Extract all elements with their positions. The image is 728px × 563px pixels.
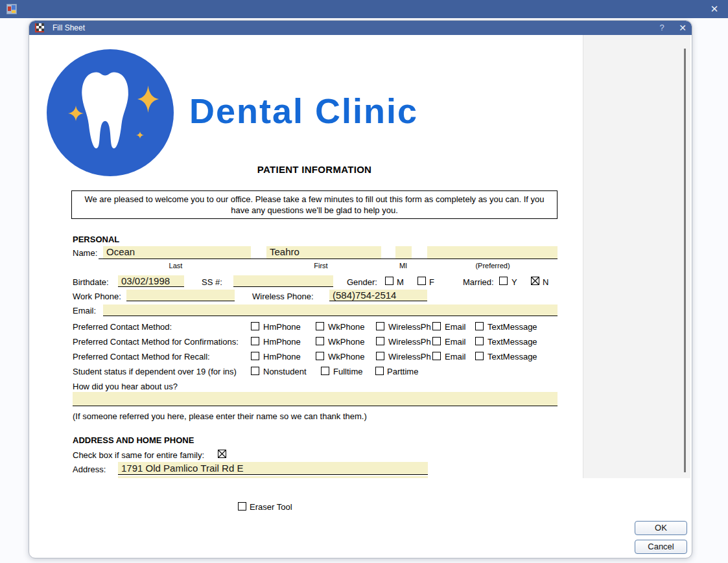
welcome-message: We are pleased to welcome you to our off… — [71, 190, 558, 219]
address-field[interactable]: 1791 Old Pamlico Trail Rd E — [118, 462, 428, 475]
hear-about-field[interactable] — [73, 392, 558, 406]
wireless-phone-label: Wireless Phone: — [252, 292, 314, 301]
first-caption: First — [295, 262, 347, 270]
married-yes-label: Y — [511, 277, 517, 287]
cancel-button[interactable]: Cancel — [635, 540, 687, 554]
confirm-wirelessph-checkbox[interactable] — [376, 337, 384, 345]
contact-textmessage-checkbox[interactable] — [475, 322, 484, 330]
middle-initial-field[interactable] — [395, 246, 412, 259]
recall-wirelessph-checkbox[interactable] — [376, 352, 384, 360]
patient-information-heading: PATIENT INFORMATION — [71, 164, 558, 175]
fill-sheet-icon — [35, 23, 44, 32]
eraser-tool-checkbox[interactable] — [238, 502, 246, 511]
contact-email-checkbox[interactable] — [432, 322, 441, 330]
family-same-checkbox[interactable] — [218, 450, 226, 458]
work-phone-label: Work Phone: — [73, 292, 121, 301]
married-no-checkbox[interactable] — [531, 277, 539, 285]
window-close-icon[interactable]: ✕ — [707, 3, 722, 16]
student-parttime-checkbox[interactable] — [375, 367, 384, 375]
recall-hmphone-label: HmPhone — [263, 352, 301, 362]
confirm-email-label: Email — [445, 337, 466, 347]
referral-note: (If someone referred you here, please en… — [73, 411, 367, 421]
email-field[interactable] — [103, 304, 558, 316]
recall-wkphone-checkbox[interactable] — [316, 352, 324, 360]
recall-method-label: Preferred Contact Method for Recall: — [73, 352, 210, 362]
hear-about-label: How did you hear about us? — [73, 382, 178, 391]
confirm-wkphone-checkbox[interactable] — [316, 337, 324, 345]
dialog-close-icon[interactable]: ✕ — [677, 23, 688, 33]
married-no-label: N — [543, 277, 548, 287]
email-label: Email: — [73, 306, 96, 316]
recall-textmessage-label: TextMessage — [487, 352, 537, 362]
contact-wkphone-checkbox[interactable] — [316, 322, 324, 330]
clinic-name: Dental Clinic — [189, 91, 418, 131]
work-phone-field[interactable] — [126, 290, 235, 301]
confirm-textmessage-label: TextMessage — [487, 337, 537, 347]
confirm-hmphone-checkbox[interactable] — [251, 337, 259, 345]
contact-wkphone-label: WkPhone — [328, 322, 364, 332]
dental-clinic-logo-icon — [47, 49, 174, 176]
confirm-hmphone-label: HmPhone — [263, 337, 301, 347]
address-label: Address: — [73, 465, 106, 474]
ok-button[interactable]: OK — [635, 521, 687, 535]
student-fulltime-label: Fulltime — [333, 367, 363, 376]
contact-wirelessph-checkbox[interactable] — [376, 322, 384, 330]
student-status-label: Student status if dependent over 19 (for… — [73, 367, 237, 376]
student-parttime-label: Parttime — [387, 367, 418, 376]
ss-field[interactable] — [233, 275, 333, 287]
help-icon[interactable]: ? — [657, 23, 667, 32]
recall-textmessage-checkbox[interactable] — [475, 352, 484, 360]
recall-wirelessph-label: WirelessPh — [388, 352, 431, 362]
birthdate-label: Birthdate: — [73, 277, 109, 287]
birthdate-field[interactable]: 03/02/1998 — [118, 275, 184, 287]
confirmations-method-label: Preferred Contact Method for Confirmatio… — [73, 337, 239, 347]
married-label: Married: — [463, 277, 494, 287]
student-nonstudent-label: Nonstudent — [263, 367, 307, 376]
family-same-label: Check box if same for entire family: — [73, 450, 204, 460]
married-yes-checkbox[interactable] — [499, 277, 508, 285]
form-viewport: Dental Clinic PATIENT INFORMATION We are… — [30, 35, 692, 478]
confirm-wirelessph-label: WirelessPh — [388, 337, 431, 347]
section-address: ADDRESS AND HOME PHONE — [73, 435, 194, 445]
confirm-wkphone-label: WkPhone — [328, 337, 364, 347]
ss-label: SS #: — [202, 277, 222, 287]
dialog-titlebar[interactable]: Fill Sheet ? ✕ — [29, 21, 692, 35]
viewport-background — [583, 35, 690, 478]
name-underline — [99, 259, 558, 259]
mi-caption: MI — [390, 262, 416, 270]
contact-textmessage-label: TextMessage — [487, 322, 537, 332]
last-caption: Last — [150, 262, 202, 270]
last-name-field[interactable]: Ocean — [103, 246, 251, 259]
gender-label: Gender: — [347, 277, 377, 287]
contact-wirelessph-label: WirelessPh — [388, 322, 431, 332]
student-nonstudent-checkbox[interactable] — [251, 367, 259, 375]
contact-email-label: Email — [445, 322, 466, 332]
first-name-field[interactable]: Teahro — [266, 246, 381, 259]
patient-form-sheet: Dental Clinic PATIENT INFORMATION We are… — [30, 35, 583, 478]
contact-method-label: Preferred Contact Method: — [73, 322, 172, 332]
preferred-caption: (Preferred) — [460, 262, 525, 270]
contact-hmphone-checkbox[interactable] — [251, 322, 259, 330]
contact-hmphone-label: HmPhone — [263, 322, 301, 332]
recall-email-checkbox[interactable] — [432, 352, 441, 360]
confirm-textmessage-checkbox[interactable] — [475, 337, 484, 345]
name-label: Name: — [73, 248, 97, 258]
confirm-email-checkbox[interactable] — [432, 337, 441, 345]
outer-titlebar[interactable]: ✕ — [0, 0, 728, 18]
recall-wkphone-label: WkPhone — [328, 352, 364, 362]
section-personal: PERSONAL — [73, 235, 119, 244]
recall-hmphone-checkbox[interactable] — [251, 352, 259, 360]
gender-male-label: M — [397, 277, 404, 287]
next-field-clipped — [118, 476, 428, 478]
preferred-name-field[interactable] — [427, 246, 558, 259]
wireless-phone-field[interactable]: (584)754-2514 — [329, 290, 427, 301]
recall-email-label: Email — [445, 352, 466, 362]
student-fulltime-checkbox[interactable] — [321, 367, 329, 375]
app-window: ✕ Fill Sheet ? ✕ — [0, 0, 728, 563]
gender-male-checkbox[interactable] — [385, 277, 393, 285]
vertical-scrollbar[interactable] — [684, 49, 686, 472]
app-icon — [6, 4, 17, 14]
eraser-tool-label: Eraser Tool — [250, 502, 292, 512]
fill-sheet-dialog: Fill Sheet ? ✕ Dental Clinic PATIENT INF… — [29, 20, 692, 558]
gender-female-checkbox[interactable] — [417, 277, 426, 285]
